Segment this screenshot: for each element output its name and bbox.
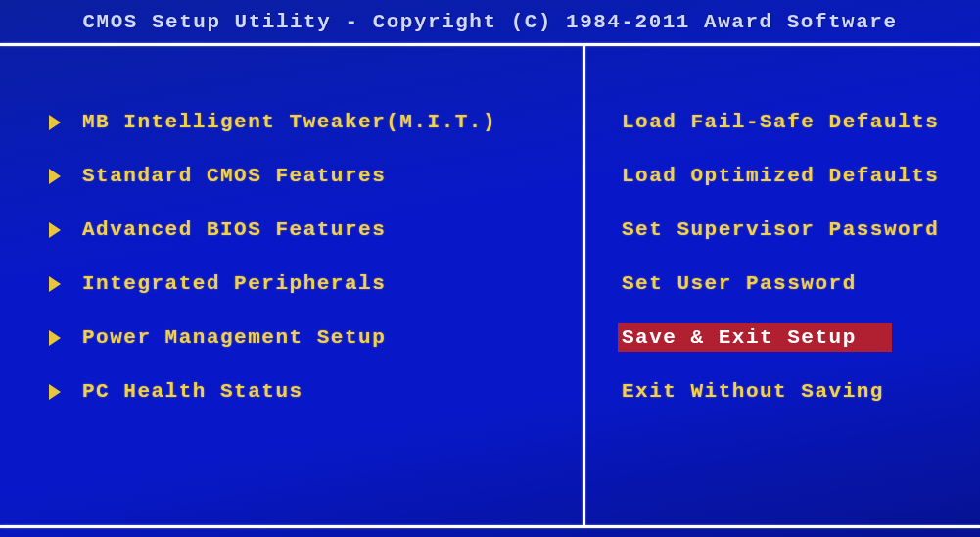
menu-item-label: Load Optimized Defaults: [622, 165, 939, 187]
submenu-arrow-icon: [49, 330, 61, 346]
menu-item-label: Set User Password: [622, 272, 857, 295]
submenu-arrow-icon: [49, 115, 61, 130]
menu-item-save-and-exit-setup[interactable]: Save & Exit Setup: [583, 311, 980, 365]
menu-item-advanced-bios-features[interactable]: Advanced BIOS Features: [0, 203, 583, 257]
menu-item-set-supervisor-password[interactable]: Set Supervisor Password: [583, 203, 980, 257]
menu-right-panel: Load Fail-Safe Defaults Load Optimized D…: [583, 46, 980, 525]
menu-panels: MB Intelligent Tweaker(M.I.T.) Standard …: [0, 46, 980, 525]
menu-item-load-fail-safe-defaults[interactable]: Load Fail-Safe Defaults: [583, 95, 980, 149]
menu-item-integrated-peripherals[interactable]: Integrated Peripherals: [0, 257, 583, 311]
menu-item-label: Integrated Peripherals: [82, 272, 386, 295]
menu-item-label: PC Health Status: [82, 380, 303, 403]
menu-item-power-management-setup[interactable]: Power Management Setup: [0, 311, 583, 365]
submenu-arrow-icon: [49, 169, 61, 184]
menu-item-set-user-password[interactable]: Set User Password: [583, 257, 980, 311]
bios-screen: CMOS Setup Utility - Copyright (C) 1984-…: [0, 0, 980, 537]
menu-item-label: Exit Without Saving: [622, 380, 884, 403]
divider-horizontal-bottom: [0, 525, 980, 528]
submenu-arrow-icon: [49, 384, 61, 400]
menu-item-mb-intelligent-tweaker[interactable]: MB Intelligent Tweaker(M.I.T.): [0, 95, 583, 149]
menu-item-load-optimized-defaults[interactable]: Load Optimized Defaults: [583, 149, 980, 203]
menu-item-label: Load Fail-Safe Defaults: [622, 111, 939, 133]
menu-item-label: Standard CMOS Features: [82, 165, 386, 187]
menu-item-label: Set Supervisor Password: [622, 219, 939, 241]
menu-item-label: Advanced BIOS Features: [82, 219, 386, 241]
submenu-arrow-icon: [49, 276, 61, 292]
menu-item-exit-without-saving[interactable]: Exit Without Saving: [583, 365, 980, 418]
menu-item-label: MB Intelligent Tweaker(M.I.T.): [82, 111, 496, 133]
menu-left-panel: MB Intelligent Tweaker(M.I.T.) Standard …: [0, 46, 583, 525]
submenu-arrow-icon: [49, 222, 61, 238]
menu-item-label: Save & Exit Setup: [618, 323, 892, 352]
menu-item-standard-cmos-features[interactable]: Standard CMOS Features: [0, 149, 583, 203]
menu-item-label: Power Management Setup: [82, 326, 386, 349]
menu-item-pc-health-status[interactable]: PC Health Status: [0, 365, 583, 418]
utility-title: CMOS Setup Utility - Copyright (C) 1984-…: [82, 11, 897, 33]
title-bar: CMOS Setup Utility - Copyright (C) 1984-…: [0, 0, 980, 43]
